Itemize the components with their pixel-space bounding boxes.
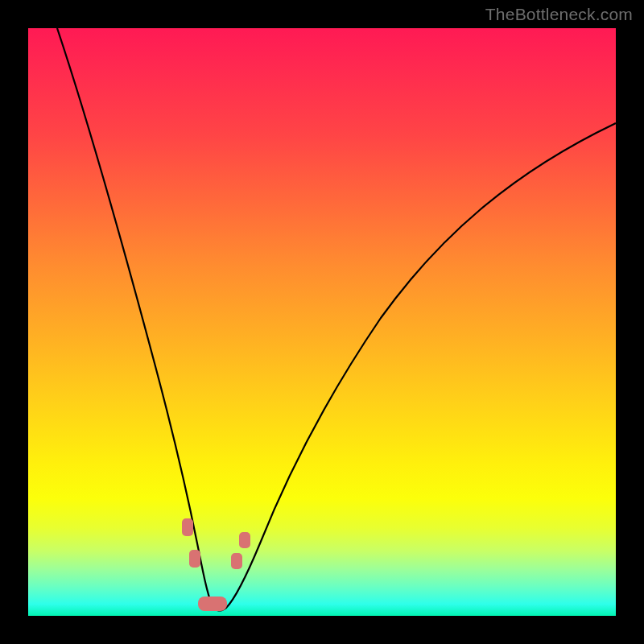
curve-svg <box>28 28 616 616</box>
marker-right-lower <box>231 553 242 569</box>
marker-bottom-bar <box>198 597 227 611</box>
bottleneck-curve <box>57 28 616 610</box>
chart-frame: TheBottleneck.com <box>0 0 644 644</box>
marker-left-lower <box>189 550 200 568</box>
watermark-text: TheBottleneck.com <box>485 5 633 24</box>
marker-right-upper <box>239 532 250 548</box>
plot-area <box>28 28 616 616</box>
marker-left-upper <box>182 518 193 536</box>
